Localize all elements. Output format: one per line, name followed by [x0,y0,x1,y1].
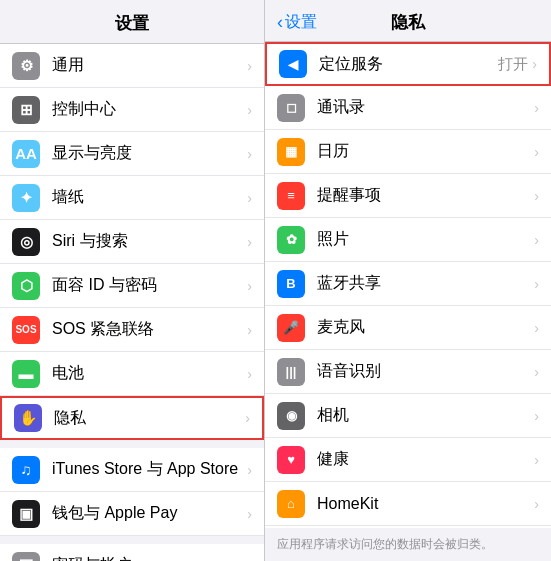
passwords-chevron: › [247,558,252,562]
privacy-item-bluetooth[interactable]: B 蓝牙共享 › [265,262,551,306]
settings-item-passwords[interactable]: ⚿ 密码与帐户 › [0,544,264,561]
homekit-icon: ⌂ [277,490,305,518]
settings-item-general[interactable]: ⚙ 通用 › [0,44,264,88]
microphone-chevron: › [534,320,539,336]
privacy-item-camera[interactable]: ◉ 相机 › [265,394,551,438]
general-chevron: › [247,58,252,74]
health-icon: ♥ [277,446,305,474]
display-icon: AA [12,140,40,168]
sos-icon: SOS [12,316,40,344]
speech-icon: ||| [277,358,305,386]
battery-label: 电池 [52,363,247,384]
privacy-item-photos[interactable]: ✿ 照片 › [265,218,551,262]
divider [0,440,264,448]
itunes-chevron: › [247,462,252,478]
reminders-icon: ≡ [277,182,305,210]
left-title: 设置 [115,14,149,33]
privacy-item-homekit[interactable]: ⌂ HomeKit › [265,482,551,526]
right-title: 隐私 [391,11,425,34]
privacy-item-speech[interactable]: ||| 语音识别 › [265,350,551,394]
calendar-label: 日历 [317,141,534,162]
battery-icon: ▬ [12,360,40,388]
display-chevron: › [247,146,252,162]
sos-label: SOS 紧急联络 [52,319,247,340]
general-label: 通用 [52,55,247,76]
faceid-icon: ⬡ [12,272,40,300]
back-label: 设置 [285,12,317,33]
itunes-icon: ♫ [12,456,40,484]
reminders-chevron: › [534,188,539,204]
bluetooth-icon: B [277,270,305,298]
settings-item-control-center[interactable]: ⊞ 控制中心 › [0,88,264,132]
bluetooth-label: 蓝牙共享 [317,273,534,294]
back-button[interactable]: ‹ 设置 [277,12,317,33]
privacy-item-contacts[interactable]: ◻ 通讯录 › [265,86,551,130]
settings-item-sos[interactable]: SOS SOS 紧急联络 › [0,308,264,352]
wallpaper-icon: ✦ [12,184,40,212]
itunes-label: iTunes Store 与 App Store [52,459,247,480]
wallpaper-chevron: › [247,190,252,206]
battery-chevron: › [247,366,252,382]
settings-item-faceid[interactable]: ⬡ 面容 ID 与密码 › [0,264,264,308]
speech-chevron: › [534,364,539,380]
privacy-item-reminders[interactable]: ≡ 提醒事项 › [265,174,551,218]
camera-icon: ◉ [277,402,305,430]
photos-chevron: › [534,232,539,248]
contacts-chevron: › [534,100,539,116]
control-center-label: 控制中心 [52,99,247,120]
sos-chevron: › [247,322,252,338]
location-value: 打开 [498,55,528,74]
homekit-chevron: › [534,496,539,512]
wallet-icon: ▣ [12,500,40,528]
homekit-label: HomeKit [317,495,534,513]
reminders-label: 提醒事项 [317,185,534,206]
settings-item-privacy[interactable]: ✋ 隐私 › [0,396,264,440]
passwords-icon: ⚿ [12,552,40,562]
privacy-item-calendar[interactable]: ▦ 日历 › [265,130,551,174]
control-center-icon: ⊞ [12,96,40,124]
faceid-chevron: › [247,278,252,294]
calendar-icon: ▦ [277,138,305,166]
contacts-icon: ◻ [277,94,305,122]
settings-item-itunes[interactable]: ♫ iTunes Store 与 App Store › [0,448,264,492]
microphone-label: 麦克风 [317,317,534,338]
privacy-item-health[interactable]: ♥ 健康 › [265,438,551,482]
left-panel: 设置 ⚙ 通用 › ⊞ 控制中心 › AA 显示与亮度 › ✦ 墙纸 › ◎ S… [0,0,265,561]
passwords-label: 密码与帐户 [52,555,247,561]
privacy-chevron: › [245,410,250,426]
camera-chevron: › [534,408,539,424]
privacy-icon: ✋ [14,404,42,432]
settings-list: ⚙ 通用 › ⊞ 控制中心 › AA 显示与亮度 › ✦ 墙纸 › ◎ Siri… [0,44,264,561]
settings-item-display[interactable]: AA 显示与亮度 › [0,132,264,176]
privacy-item-location[interactable]: ◀ 定位服务 打开 › [265,42,551,86]
siri-chevron: › [247,234,252,250]
bottom-note: 应用程序请求访问您的数据时会被归类。 [265,528,551,561]
control-center-chevron: › [247,102,252,118]
microphone-icon: 🎤 [277,314,305,342]
privacy-label: 隐私 [54,408,245,429]
photos-label: 照片 [317,229,534,250]
privacy-item-media[interactable]: ♫ 媒体与 Apple Music › [265,526,551,528]
speech-label: 语音识别 [317,361,534,382]
contacts-label: 通讯录 [317,97,534,118]
privacy-list: ◀ 定位服务 打开 › ◻ 通讯录 › ▦ 日历 › ≡ 提醒事项 › ✿ 照片… [265,42,551,528]
left-header: 设置 [0,0,264,44]
faceid-label: 面容 ID 与密码 [52,275,247,296]
settings-item-siri[interactable]: ◎ Siri 与搜索 › [0,220,264,264]
right-panel: ‹ 设置 隐私 ◀ 定位服务 打开 › ◻ 通讯录 › ▦ 日历 › ≡ 提醒事… [265,0,551,561]
wallet-label: 钱包与 Apple Pay [52,503,247,524]
settings-item-wallpaper[interactable]: ✦ 墙纸 › [0,176,264,220]
camera-label: 相机 [317,405,534,426]
health-label: 健康 [317,449,534,470]
settings-item-battery[interactable]: ▬ 电池 › [0,352,264,396]
wallet-chevron: › [247,506,252,522]
privacy-item-microphone[interactable]: 🎤 麦克风 › [265,306,551,350]
photos-icon: ✿ [277,226,305,254]
location-label: 定位服务 [319,54,498,75]
back-chevron-icon: ‹ [277,12,283,33]
siri-icon: ◎ [12,228,40,256]
display-label: 显示与亮度 [52,143,247,164]
right-header: ‹ 设置 隐私 [265,0,551,42]
settings-item-wallet[interactable]: ▣ 钱包与 Apple Pay › [0,492,264,536]
wallpaper-label: 墙纸 [52,187,247,208]
